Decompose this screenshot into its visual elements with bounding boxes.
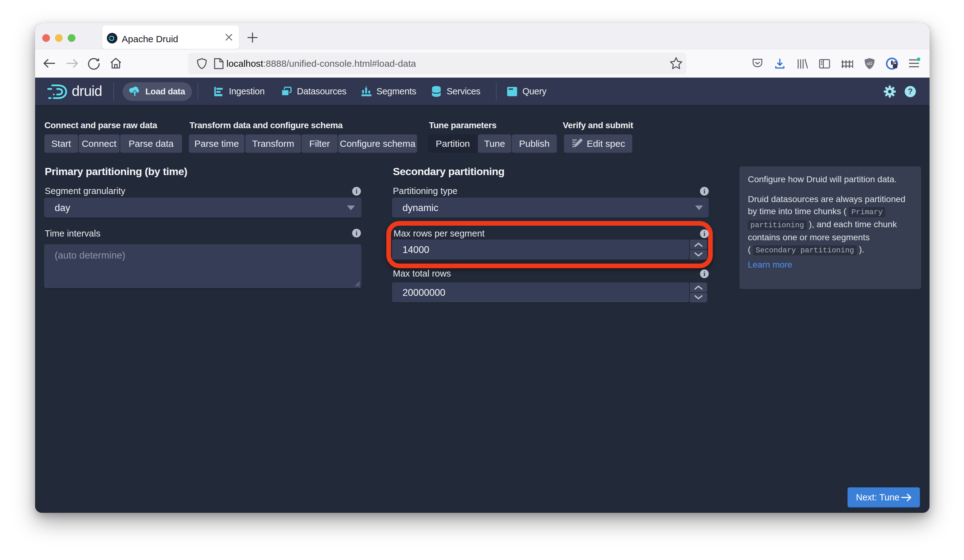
svg-text:uO: uO: [867, 61, 872, 66]
svg-text:?: ?: [908, 87, 913, 96]
